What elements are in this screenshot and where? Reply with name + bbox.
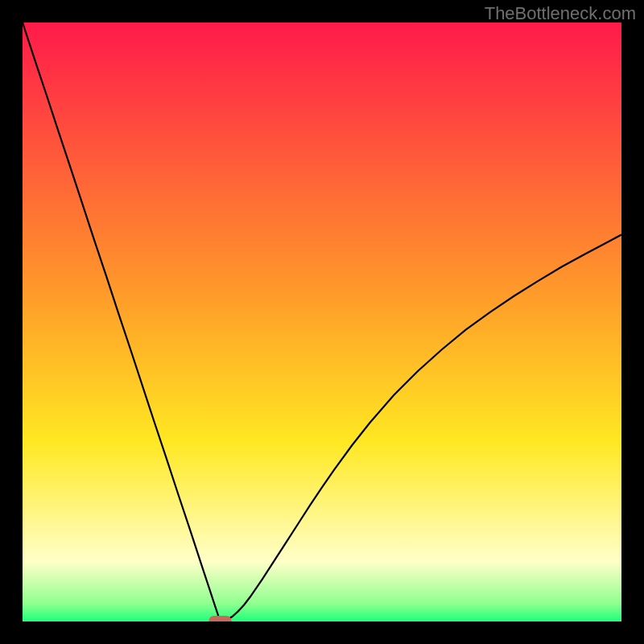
chart-background [23,23,621,621]
watermark-text: TheBottleneck.com [485,3,636,24]
optimum-marker [209,616,232,621]
bottleneck-chart [23,23,621,621]
chart-frame: TheBottleneck.com [0,0,644,644]
